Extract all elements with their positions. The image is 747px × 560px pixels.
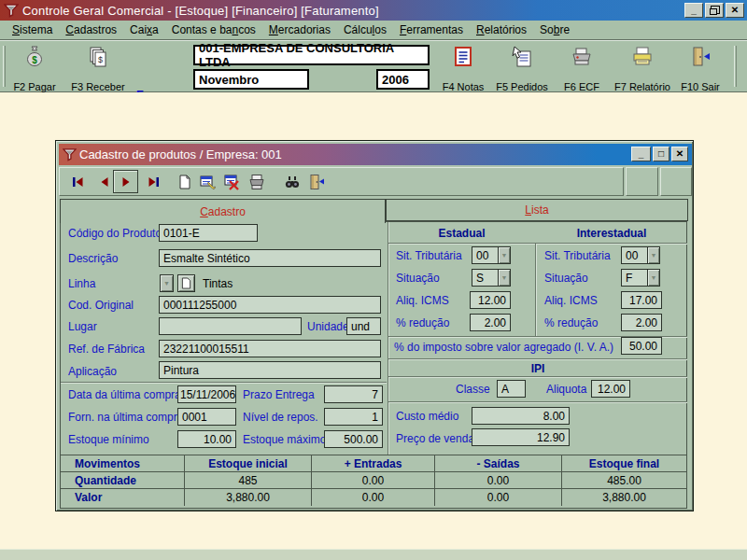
dropdown-arrow-icon[interactable]: ▼ [647,247,659,263]
edit-record-icon[interactable] [200,174,217,190]
tax-header-separator [388,243,687,244]
receive-bills-icon[interactable]: $ [87,45,109,69]
f2-pagar-button[interactable]: F2 Pagar [2,81,67,92]
iva-label: % do imposto sobre valor agregado (I. V.… [394,341,613,354]
report-printer-icon[interactable] [631,45,654,69]
product-window-title: Cadastro de produtos / Empresa: 001 [79,147,282,161]
data-compra-field[interactable]: 15/11/2006 [177,385,236,403]
nav-next-button[interactable] [113,170,138,193]
menu-mercadorias[interactable]: Mercadorias [262,21,337,38]
child-minimize-button[interactable]: _ [631,147,651,161]
aliquota-field[interactable]: 12.00 [591,380,630,398]
lugar-field[interactable] [159,317,302,335]
menu-relatorios[interactable]: Relatórios [470,21,533,38]
icms-inter-field[interactable]: 17.00 [621,291,662,309]
nivel-field[interactable]: 1 [324,408,383,426]
child-close-button[interactable]: ✕ [671,147,688,161]
menu-contas-e-bancos[interactable]: Contas e bancos [165,21,262,38]
valor-saidas: 0.00 [435,489,562,506]
menu-ferramentas[interactable]: Ferramentas [393,21,470,38]
f6-ecf-button[interactable]: F6 ECF [549,81,614,92]
delete-record-icon[interactable] [224,174,241,190]
quantidade-final: 485.00 [562,472,686,488]
search-binoculars-icon[interactable] [284,174,301,190]
forn-field[interactable]: 0001 [177,408,236,426]
dropdown-arrow-icon[interactable]: ▼ [498,247,510,263]
nav-last-icon[interactable] [145,174,162,190]
linha-new-button[interactable] [177,274,195,292]
forn-label: Forn. na última compra [68,411,183,424]
new-record-icon[interactable] [176,174,193,190]
notas-icon[interactable] [452,45,474,69]
preco-field[interactable]: 12.90 [472,428,570,446]
menu-bar: Sistema Cadastros Caixa Contas e bancos … [0,21,747,40]
tax-column-divider [535,244,536,336]
quantidade-saidas: 0.00 [435,472,562,488]
reducao-est-field[interactable]: 2.00 [470,314,511,331]
reducao-inter-field[interactable]: 2.00 [621,314,662,331]
menu-calculos[interactable]: Cálculos [337,21,393,38]
minimize-button[interactable]: _ [684,3,703,18]
icms-label-inter: Aliq. ICMS [544,294,598,307]
situacao-est-combo[interactable]: S▼ [472,269,511,287]
mes-field[interactable]: Novembro [193,69,309,90]
sit-trib-inter-combo[interactable]: 00▼ [621,246,660,264]
cod-original-field[interactable]: 000111255000 [159,296,381,314]
descricao-field[interactable]: Esmalte Sintético [159,249,381,267]
est-max-label: Estoque máximo [243,433,326,446]
dropdown-arrow-icon[interactable]: ▼ [498,270,510,286]
exit-window-icon[interactable] [308,174,325,190]
print-icon[interactable] [248,174,265,190]
codigo-label: Código do Produto [68,227,162,240]
prazo-field[interactable]: 7 [324,385,383,403]
tab-cadastro[interactable]: Cadastro [60,199,386,223]
toolbar-gripper-right [734,46,737,87]
situacao-inter-combo[interactable]: F▼ [621,269,660,287]
descricao-label: Descrição [68,252,118,265]
menu-caixa[interactable]: Caixa [123,21,165,38]
ref-fabrica-field[interactable]: 23221100015511 [159,340,381,357]
f10-sair-button[interactable]: F10 Sair [668,81,733,92]
menu-cadastros[interactable]: Cadastros [59,21,123,38]
nav-prior-icon[interactable] [96,174,113,190]
f7-relatorio-button[interactable]: F7 Relatório [610,81,675,92]
menu-sistema[interactable]: Sistema [6,21,59,38]
money-bag-icon[interactable]: $ [23,45,46,69]
linha-label: Linha [68,277,95,290]
nav-first-icon[interactable] [70,174,87,190]
classe-field[interactable]: A [497,380,526,398]
empresa-field[interactable]: 001-EMPRESA DE CONSULTORIA LTDA [193,45,430,65]
icms-est-field[interactable]: 12.00 [470,291,511,309]
f4-notas-button[interactable]: F4 Notas [430,81,496,92]
aplicacao-field[interactable]: Pintura [159,361,381,379]
menu-sobre[interactable]: Sobre [533,21,576,38]
svg-text:$: $ [98,55,103,64]
f3-receber-button[interactable]: F3 Receber [65,81,131,92]
unidade-field[interactable]: und [346,317,381,335]
ecf-icon[interactable] [571,45,593,69]
iva-field[interactable]: 50.00 [621,337,662,355]
linha-dropdown-button[interactable]: ▼ [160,274,174,292]
ano-field[interactable]: 2006 [376,69,430,90]
product-window-titlebar[interactable]: Cadastro de produtos / Empresa: 001 _ □ … [59,144,692,165]
est-max-field[interactable]: 500.00 [324,430,383,448]
sit-trib-est-combo[interactable]: 00▼ [472,246,511,264]
f5-pedidos-button[interactable]: F5 Pedidos [489,81,555,92]
situacao-label-est: Situação [396,272,440,285]
movements-header-row: Movimentos Estoque inicial + Entradas - … [61,455,686,472]
child-maximize-button[interactable]: □ [653,147,669,161]
tab-lista[interactable]: Lista [386,199,688,221]
valor-row: Valor 3,880.00 0.00 0.00 3,880.00 [61,489,686,506]
est-min-field[interactable]: 10.00 [177,430,236,448]
restore-button[interactable] [705,3,724,18]
custo-field[interactable]: 8.00 [472,407,570,425]
toolbar-panel-spare1 [626,167,658,196]
new-page-icon [181,277,191,289]
icms-label-est: Aliq. ICMS [396,294,449,307]
exit-door-icon[interactable] [689,45,712,69]
close-button[interactable]: ✕ [726,3,744,18]
pedidos-icon[interactable] [511,45,533,69]
toolbar-panel-spare2 [660,167,692,196]
codigo-field[interactable]: 0101-E [159,224,258,242]
dropdown-arrow-icon[interactable]: ▼ [647,270,659,286]
